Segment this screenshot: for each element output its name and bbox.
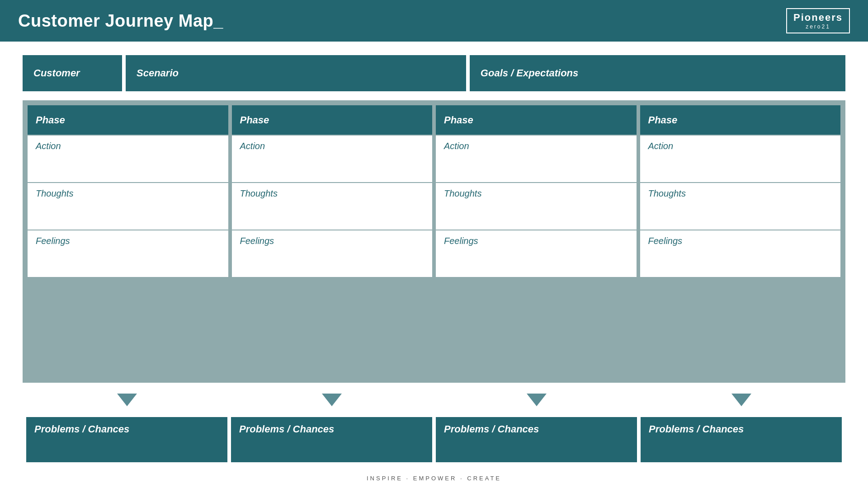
goals-label: Goals / Expectations [481,67,578,79]
info-row: Customer Scenario Goals / Expectations [23,55,845,91]
problems-cell-3: Problems / Chances [436,417,637,462]
arrow-4 [641,392,842,408]
page-footer: inspire · empower · create [0,471,868,488]
arrow-down-icon-4 [731,394,751,406]
arrow-down-icon-3 [527,394,547,406]
logo: Pioneers zero21 [786,8,850,33]
thoughts-cell-4: Thoughts [640,182,841,230]
phase-column-4: Phase Action Thoughts Feelings [640,105,841,378]
arrow-down-icon-2 [322,394,342,406]
problems-cell-1: Problems / Chances [26,417,227,462]
phase-header-3: Phase [436,105,637,135]
main-content: Customer Scenario Goals / Expectations P… [0,42,868,471]
problems-cell-4: Problems / Chances [641,417,842,462]
action-cell-1: Action [28,135,228,182]
arrow-3 [436,392,637,408]
action-cell-3: Action [436,135,637,182]
page-header: Customer Journey Map_ Pioneers zero21 [0,0,868,42]
customer-cell: Customer [23,55,122,91]
footer-tagline: inspire · empower · create [367,475,501,482]
feelings-cell-2: Feelings [232,230,433,277]
arrow-1 [26,392,227,408]
goals-cell: Goals / Expectations [470,55,845,91]
feelings-cell-1: Feelings [28,230,228,277]
thoughts-cell-3: Thoughts [436,182,637,230]
feelings-cell-4: Feelings [640,230,841,277]
thoughts-cell-1: Thoughts [28,182,228,230]
page-title: Customer Journey Map_ [18,11,223,31]
arrow-2 [231,392,432,408]
feelings-cell-3: Feelings [436,230,637,277]
problems-row: Problems / ChancesProblems / ChancesProb… [23,417,845,462]
arrow-down-icon-1 [117,394,137,406]
scenario-cell: Scenario [126,55,466,91]
customer-label: Customer [33,67,80,79]
phase-column-3: Phase Action Thoughts Feelings [436,105,637,378]
journey-grid: Phase Action Thoughts Feelings Phase Act… [23,100,845,383]
phase-header-1: Phase [28,105,228,135]
problems-cell-2: Problems / Chances [231,417,432,462]
arrow-row [23,392,845,408]
action-cell-2: Action [232,135,433,182]
phase-header-2: Phase [232,105,433,135]
phase-column-1: Phase Action Thoughts Feelings [28,105,228,378]
logo-name: Pioneers [793,12,843,23]
phase-header-4: Phase [640,105,841,135]
scenario-label: Scenario [137,67,179,79]
phase-column-2: Phase Action Thoughts Feelings [232,105,433,378]
thoughts-cell-2: Thoughts [232,182,433,230]
logo-sub: zero21 [806,23,830,30]
action-cell-4: Action [640,135,841,182]
